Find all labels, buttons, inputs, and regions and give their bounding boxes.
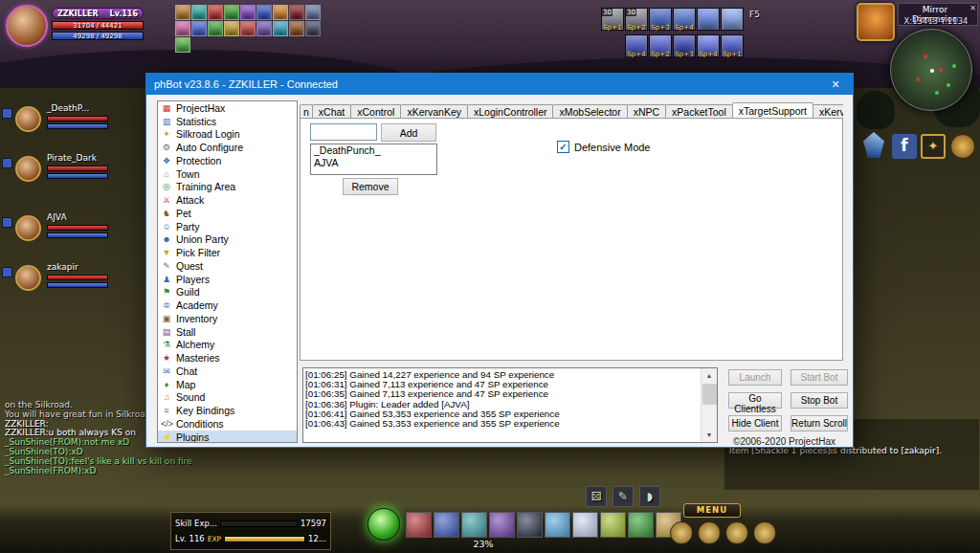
buff-icon[interactable] — [175, 37, 190, 53]
buff-icon[interactable] — [208, 21, 223, 36]
sidebar-item[interactable]: ♟ Players — [158, 273, 297, 286]
menu-round-button[interactable] — [725, 521, 748, 544]
premium-item-icon[interactable]: ✦ — [921, 134, 946, 159]
log-scrollbar[interactable]: ▲ ▼ — [701, 368, 717, 442]
sidebar-item[interactable]: ⚗ Alchemy — [158, 339, 297, 352]
sidebar-item[interactable]: ⚡ Plugins — [158, 431, 297, 443]
sidebar-item[interactable]: ★ Masteries — [158, 351, 297, 365]
sidebar-item[interactable]: ✦ Silkroad Login — [158, 128, 297, 142]
quickslot-icon[interactable] — [545, 512, 570, 538]
plugin-tab[interactable]: xKervanKey — [400, 104, 468, 118]
buff-icon[interactable] — [191, 5, 207, 20]
skill-slot[interactable] — [721, 8, 744, 31]
skill-slot[interactable]: Sp+2 — [649, 34, 672, 57]
quickslot-icon[interactable] — [489, 512, 515, 538]
buff-icon[interactable] — [175, 21, 190, 36]
skill-slot[interactable]: Sp+3 — [673, 34, 696, 57]
party-member-frame[interactable]: AJVA — [2, 212, 145, 251]
utility-slot-icon[interactable]: ◗ — [639, 486, 660, 507]
quickslot-icon[interactable] — [434, 512, 459, 538]
party-avatar[interactable] — [15, 106, 41, 132]
minimap-close-icon[interactable]: ✕ — [969, 4, 976, 12]
menu-round-button[interactable] — [698, 521, 721, 544]
timer-coin-icon[interactable] — [950, 134, 975, 159]
buff-icon[interactable] — [208, 5, 223, 20]
close-icon[interactable]: ✕ — [818, 74, 853, 95]
sidebar-item[interactable]: ▤ Stall — [158, 325, 297, 339]
sidebar-item[interactable]: ♔ Academy — [158, 299, 297, 312]
quickslot-icon[interactable] — [572, 512, 598, 538]
skill-slot[interactable]: Sp+4 — [625, 34, 648, 57]
skill-slot[interactable]: 30 Sp+2 — [625, 8, 648, 31]
quickslot-icon[interactable] — [461, 512, 487, 538]
buff-icon[interactable] — [289, 5, 304, 20]
phbot-titlebar[interactable]: phBot v23.8.6 - ZZKILLER - Connected ✕ — [146, 74, 853, 95]
facebook-icon[interactable]: f — [892, 134, 917, 159]
buff-icon[interactable] — [273, 21, 288, 36]
sidebar-item[interactable]: ✎ Quest — [158, 259, 297, 273]
plugin-tab[interactable]: xControl — [350, 104, 401, 118]
party-member-frame[interactable]: zakapir — [2, 262, 145, 300]
plugin-tab[interactable]: xChat — [312, 104, 351, 118]
buff-icon[interactable] — [224, 5, 239, 20]
sidebar-item[interactable]: ▣ Inventory — [158, 312, 297, 325]
sidebar-item[interactable]: ◎ Training Area — [158, 181, 297, 194]
party-avatar[interactable] — [15, 265, 41, 291]
quickslot-icon[interactable] — [406, 512, 432, 538]
menu-round-button[interactable] — [670, 521, 693, 544]
sidebar-item[interactable]: ✉ Chat — [158, 365, 297, 378]
sidebar-item[interactable]: ≡ Key Bindings — [158, 404, 297, 417]
buff-icon[interactable] — [305, 5, 321, 20]
remove-button[interactable]: Remove — [343, 178, 398, 195]
bot-action-button[interactable]: Launch — [728, 369, 782, 386]
quickslot-icon[interactable] — [517, 512, 543, 538]
plugin-tab[interactable]: xLoginController — [467, 104, 553, 118]
buff-icon[interactable] — [256, 5, 272, 20]
bot-action-button[interactable]: Stop Bot — [791, 392, 848, 409]
quickslot-icon[interactable] — [600, 512, 626, 538]
scrollbar-thumb[interactable] — [702, 384, 717, 405]
party-member-frame[interactable]: _DeathP... — [2, 103, 145, 142]
party-member-frame[interactable]: Pirate_Dark — [2, 153, 145, 191]
plugin-tab[interactable]: xNPC — [627, 104, 666, 118]
plugin-tab[interactable]: n — [300, 104, 313, 118]
party-avatar[interactable] — [15, 156, 41, 182]
add-button[interactable]: Add — [381, 123, 436, 142]
bot-action-button[interactable]: Start Bot — [791, 369, 848, 386]
pet-status-icon[interactable] — [857, 3, 895, 41]
sidebar-item[interactable]: ♫ Sound — [158, 391, 297, 405]
leader-name-input[interactable] — [310, 123, 377, 141]
buff-icon[interactable] — [305, 21, 321, 36]
sidebar-item[interactable]: ⚑ Guild — [158, 286, 297, 299]
sidebar-item[interactable]: ♞ Pet — [158, 207, 297, 220]
berserk-gauge-icon[interactable] — [368, 508, 400, 541]
plugin-tab[interactable]: xMobSelector — [552, 104, 627, 118]
quickslot-icon[interactable] — [628, 512, 654, 538]
player-avatar[interactable] — [6, 5, 48, 47]
bot-action-button[interactable]: Hide Client — [728, 415, 782, 431]
plugin-tab[interactable]: xPacketTool — [665, 104, 733, 118]
plugin-tab[interactable]: xKervanKey — [813, 104, 843, 118]
skill-slot[interactable]: Sp+4 — [697, 34, 720, 57]
buff-icon[interactable] — [191, 21, 207, 36]
minimap[interactable] — [890, 29, 972, 111]
buff-icon[interactable] — [256, 21, 272, 36]
sidebar-item[interactable]: ▦ ProjectHax — [158, 101, 297, 115]
buff-icon[interactable] — [224, 21, 239, 36]
sidebar-item[interactable]: ⚙ Auto Configure — [158, 141, 297, 154]
buff-icon[interactable] — [289, 21, 304, 36]
menu-button[interactable]: MENU — [683, 503, 741, 518]
sidebar-item[interactable]: ☻ Union Party — [158, 233, 297, 247]
buff-icon[interactable] — [240, 21, 256, 36]
skill-slot[interactable]: 30 Sp+1 — [601, 8, 624, 31]
scroll-up-icon[interactable]: ▲ — [702, 368, 717, 383]
sidebar-item[interactable]: ▥ Statistics — [158, 115, 297, 128]
bot-action-button[interactable]: Go Clientless — [728, 392, 782, 409]
sidebar-item[interactable]: ♦ Map — [158, 378, 297, 391]
bot-action-button[interactable]: Return Scroll — [791, 415, 848, 431]
leader-list-item[interactable]: AJVA — [311, 157, 436, 169]
buff-icon[interactable] — [273, 5, 288, 20]
skill-slot[interactable]: Sp+4 — [673, 8, 696, 31]
skill-slot[interactable] — [697, 8, 720, 31]
sidebar-item[interactable]: ⚔ Attack — [158, 193, 297, 207]
